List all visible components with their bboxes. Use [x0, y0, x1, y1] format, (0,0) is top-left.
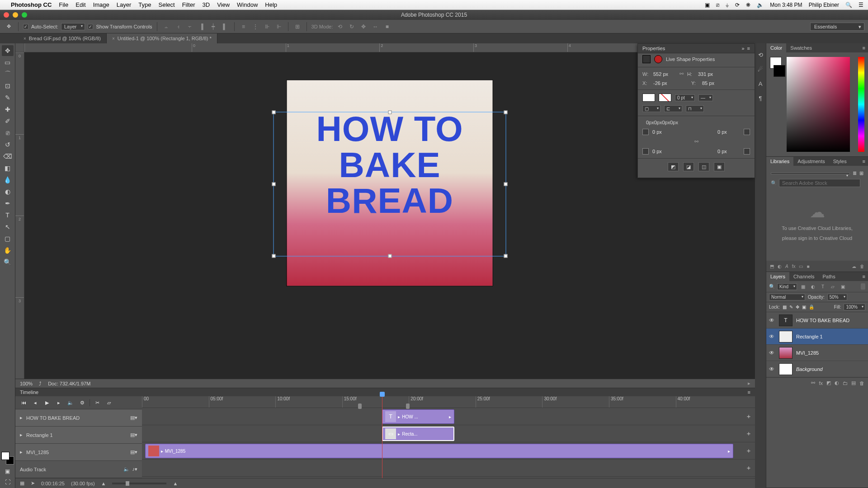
menu-edit[interactable]: Edit	[75, 1, 85, 8]
corner-tr-type[interactable]	[744, 129, 750, 135]
menu-3d[interactable]: 3D	[203, 1, 210, 8]
crop-tool[interactable]: ⊡	[2, 80, 14, 91]
fx-icon[interactable]: ■	[807, 264, 809, 269]
close-tab-icon[interactable]: ×	[24, 36, 26, 41]
lock-artboard-icon[interactable]: ▣	[802, 305, 806, 310]
zoom-tool[interactable]: 🔍	[2, 257, 14, 267]
auto-select-dropdown[interactable]: Layer	[61, 23, 85, 30]
menu-extras-icon[interactable]: ☰	[859, 2, 863, 8]
dodge-tool[interactable]: ◐	[2, 186, 14, 197]
layer-row[interactable]: 👁 Rectangle 1	[766, 328, 868, 345]
list-view-icon[interactable]: ≣	[853, 170, 857, 176]
properties-panel[interactable]: Properties »≡ Live Shape Properties W: 5…	[637, 43, 755, 178]
disclosure-icon[interactable]: ▸	[20, 432, 23, 438]
panel-tab-properties[interactable]: Properties »≡	[638, 44, 755, 53]
disclosure-icon[interactable]: ▸	[161, 449, 163, 454]
screen-record-icon[interactable]: ▣	[705, 2, 710, 8]
library-select[interactable]	[771, 173, 850, 174]
menu-window[interactable]: Window	[237, 1, 258, 8]
canvas-area[interactable]: 0 1 2 3 4 5 0 1 2 3 HOW TO BAKE BREAD	[15, 43, 755, 379]
menu-type[interactable]: Type	[138, 1, 151, 8]
prev-frame-icon[interactable]: ◂	[31, 398, 40, 407]
distribute-icon[interactable]: ⋮	[251, 22, 260, 31]
show-transform-checkbox[interactable]: ✓	[88, 24, 93, 29]
filter-toggle[interactable]	[861, 283, 865, 290]
corner-bl-field[interactable]: 0 px	[652, 149, 675, 154]
filter-search-icon[interactable]: 🔍	[769, 284, 775, 290]
filter-pixel-icon[interactable]: ▦	[799, 283, 807, 290]
stroke-align-dropdown[interactable]: ▢	[642, 105, 660, 112]
foreground-color-swatch[interactable]	[1, 452, 9, 460]
menu-layer[interactable]: Layer	[117, 1, 132, 8]
paragraph-panel-icon[interactable]: ¶	[756, 94, 764, 102]
align-right-icon[interactable]: ▌	[221, 22, 230, 31]
foreground-background-colors[interactable]	[1, 452, 14, 465]
library-search-input[interactable]	[779, 179, 860, 187]
transform-handle[interactable]	[504, 182, 508, 186]
layer-fx-icon[interactable]: fx	[819, 380, 823, 386]
delete-layer-icon[interactable]: 🗑	[859, 380, 864, 386]
timecode[interactable]: 0:00:16:25	[41, 481, 65, 486]
link-wh-icon[interactable]: ⚯	[679, 71, 684, 77]
transition-icon[interactable]: ▱	[104, 398, 113, 407]
clip-menu-icon[interactable]: ▸	[449, 414, 451, 419]
align-left-icon[interactable]: ▐	[197, 22, 206, 31]
tab-paths[interactable]: Paths	[819, 272, 840, 281]
tab-styles[interactable]: Styles	[829, 157, 851, 166]
audio-track-label[interactable]: Audio Track 🔈♪▾	[15, 461, 142, 478]
lock-pixels-icon[interactable]: ✎	[789, 305, 793, 310]
collapse-icon[interactable]: »	[741, 46, 744, 51]
tab-swatches[interactable]: Swatches	[786, 43, 816, 52]
height-field[interactable]: 331 px	[698, 71, 721, 77]
layer-name[interactable]: Background	[796, 366, 823, 372]
distribute-icon[interactable]: ⊩	[274, 22, 283, 31]
filter-adjust-icon[interactable]: ◐	[809, 283, 817, 290]
group-icon[interactable]: 🗀	[843, 380, 848, 386]
track-label[interactable]: ▸ MVI_1285 ▤▾	[15, 444, 142, 461]
clip[interactable]: ▭ ▸ Recta...	[382, 427, 454, 441]
timeline-ruler[interactable]: 00 05:00f 10:00f 15:00f 20:00f 25:00f 30…	[142, 396, 742, 408]
clip-menu-icon[interactable]: ▸	[728, 449, 730, 454]
stroke-color-swatch[interactable]	[659, 94, 671, 102]
filter-shape-icon[interactable]: ▱	[829, 283, 837, 290]
rectangle-tool[interactable]: ▢	[2, 233, 14, 244]
transform-handle[interactable]	[388, 110, 392, 114]
move-tool[interactable]: ✥	[2, 45, 14, 56]
transform-handle[interactable]	[272, 182, 276, 186]
audio-options-icon[interactable]: ♪▾	[132, 466, 138, 472]
track-row[interactable]: T ▸ HOW ... ▸	[142, 408, 742, 425]
panel-menu-icon[interactable]: ≡	[748, 389, 750, 395]
lock-transparent-icon[interactable]: ▦	[783, 305, 787, 310]
healing-tool[interactable]: ✚	[2, 104, 14, 115]
audio-track-row[interactable]	[142, 460, 742, 477]
color-field[interactable]	[787, 57, 850, 152]
zoom-out-icon[interactable]: ▲	[101, 481, 106, 486]
transform-handle[interactable]	[272, 254, 276, 258]
new-layer-icon[interactable]: ▤	[851, 380, 856, 386]
tab-libraries[interactable]: Libraries	[766, 157, 793, 166]
layer-name[interactable]: MVI_1285	[796, 350, 819, 356]
panel-menu-icon[interactable]: ≡	[860, 157, 868, 166]
doc-tab[interactable]: × Bread GIF.psd @ 100% (RGB/8)	[18, 33, 107, 43]
corner-tl-field[interactable]: 0 px	[652, 129, 675, 135]
add-media-button[interactable]: ＋	[742, 408, 755, 425]
history-panel-icon[interactable]: ⟲	[756, 51, 764, 59]
y-field[interactable]: 85 px	[702, 80, 725, 86]
lock-all-icon[interactable]: 🔒	[809, 305, 814, 310]
ruler-origin[interactable]	[15, 43, 24, 52]
corner-tl-type[interactable]	[642, 129, 649, 135]
add-audio-button[interactable]: ＋	[742, 460, 755, 477]
track-row[interactable]: ▸ MVI_1285 ▸	[142, 442, 742, 460]
stroke-style-dropdown[interactable]: —	[698, 94, 713, 101]
trash-icon[interactable]: 🗑	[860, 264, 864, 269]
corner-bl-type[interactable]	[642, 148, 649, 155]
move-tool-icon[interactable]: ✥	[4, 22, 14, 32]
quick-mask-toggle[interactable]: ▣	[2, 467, 14, 475]
convert-frames-icon[interactable]: ▦	[20, 480, 24, 486]
menu-view[interactable]: View	[217, 1, 230, 8]
layer-mask-icon[interactable]: ◩	[826, 380, 831, 386]
gradient-tool[interactable]: ◧	[2, 163, 14, 174]
corner-tr-field[interactable]: 0 px	[717, 129, 740, 135]
slider-thumb[interactable]	[126, 481, 129, 486]
display-icon[interactable]: ⎚	[716, 2, 719, 8]
